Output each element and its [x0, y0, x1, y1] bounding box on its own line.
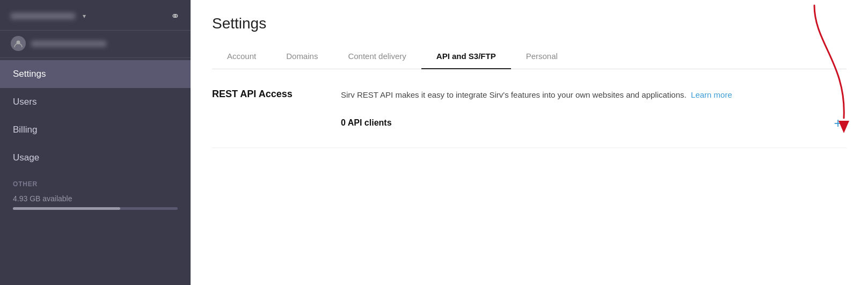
rest-api-description: Sirv REST API makes it easy to integrate… — [341, 89, 847, 131]
storage-label: 4.93 GB available — [13, 194, 178, 203]
sidebar-divider — [0, 57, 191, 58]
main-body: REST API Access Sirv REST API makes it e… — [191, 69, 868, 285]
tab-api-s3-ftp[interactable]: API and S3/FTP — [421, 45, 511, 69]
sidebar: ▾ ⚭ Settings Users Billing Usage OTHER 4… — [0, 0, 191, 285]
api-clients-row: 0 API clients + — [341, 114, 847, 131]
tab-account[interactable]: Account — [212, 45, 271, 69]
sidebar-header: ▾ ⚭ — [0, 0, 191, 31]
learn-more-link[interactable]: Learn more — [691, 90, 732, 99]
sidebar-nav: Settings Users Billing Usage OTHER 4.93 … — [0, 60, 191, 285]
tab-content-delivery[interactable]: Content delivery — [333, 45, 421, 69]
tab-personal[interactable]: Personal — [511, 45, 573, 69]
storage-bar-fill — [13, 207, 120, 210]
rest-api-description-text: Sirv REST API makes it easy to integrate… — [341, 90, 687, 99]
account-name-blurred — [11, 13, 75, 19]
sidebar-item-settings[interactable]: Settings — [0, 60, 191, 88]
storage-bar-bg — [13, 207, 178, 210]
page-header: Settings Account Domains Content deliver… — [191, 0, 868, 69]
sidebar-item-usage[interactable]: Usage — [0, 144, 191, 172]
storage-bar-container: 4.93 GB available — [0, 191, 191, 221]
rest-api-section: REST API Access Sirv REST API makes it e… — [212, 89, 847, 148]
sidebar-user-row — [0, 31, 191, 57]
add-api-client-button[interactable]: + — [829, 114, 847, 131]
tabs-row: Account Domains Content delivery API and… — [212, 45, 847, 69]
rest-api-title: REST API Access — [212, 89, 319, 100]
user-name-blurred — [31, 41, 106, 47]
page-title: Settings — [212, 15, 847, 32]
avatar — [11, 36, 26, 51]
sidebar-item-users[interactable]: Users — [0, 88, 191, 116]
api-clients-count: 0 API clients — [341, 116, 392, 130]
main-content: Settings Account Domains Content deliver… — [191, 0, 868, 285]
main-wrapper: Settings Account Domains Content deliver… — [191, 0, 868, 285]
tab-domains[interactable]: Domains — [271, 45, 333, 69]
dropdown-arrow-icon[interactable]: ▾ — [83, 12, 86, 20]
sidebar-account-row: ▾ — [11, 12, 86, 20]
sidebar-item-billing[interactable]: Billing — [0, 116, 191, 144]
other-section-label: OTHER — [0, 172, 191, 191]
bell-icon[interactable]: ⚭ — [171, 10, 180, 23]
